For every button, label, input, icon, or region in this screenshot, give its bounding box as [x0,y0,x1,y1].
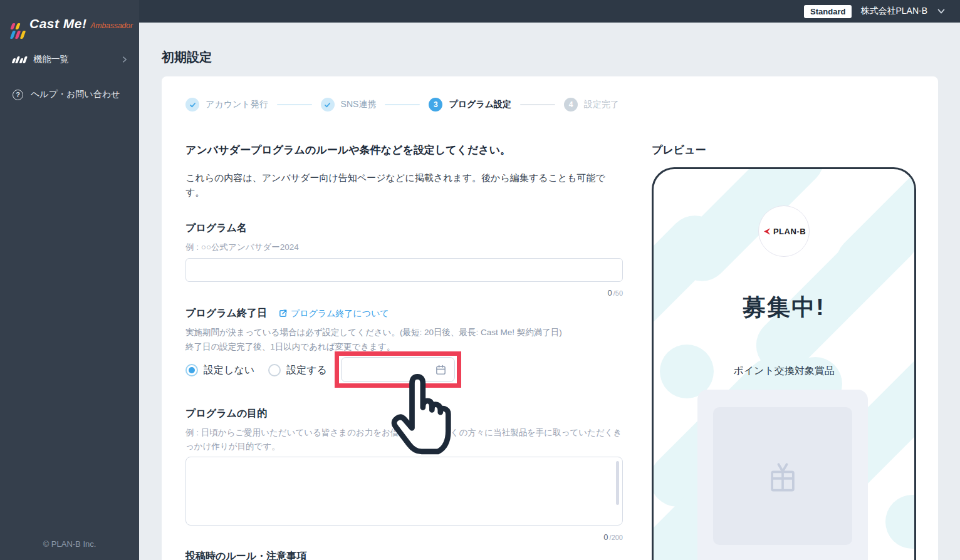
sidebar-item-label: 機能一覧 [34,54,69,65]
gift-icon [764,457,801,495]
brand-name: PLAN-B [773,227,806,236]
planb-mark-icon [762,227,771,236]
phone-preview: PLAN-B 募集中! ポイント交換対象賞品 [652,167,916,560]
app-logo: Cast Me! Ambassador [0,0,139,38]
step-number: 3 [429,98,442,111]
step-check-icon [185,98,199,111]
program-name-label: プログラム名 [185,222,247,235]
purpose-label: プログラムの目的 [185,407,267,420]
radio-selected-icon [185,364,198,376]
reward-placeholder [713,407,852,545]
program-name-hint: 例 : ○○公式アンバサダー2024 [185,242,299,253]
step-account: アカウント発行 [185,98,268,111]
section-heading: アンバサダープログラムのルールや条件などを設定してください。 [185,143,511,157]
end-date-label: プログラム終了日 [185,307,267,320]
textarea-scrollbar[interactable] [616,461,619,505]
setup-card: アカウント発行 SNS連携 3 プログラム設定 4 設定完了 アンバサダープログ… [162,76,938,560]
plan-badge: Standard [804,5,852,18]
chevron-down-icon[interactable] [936,6,946,16]
purpose-textarea[interactable] [185,457,623,526]
purpose-textarea-wrap [185,457,623,526]
reward-caption: ポイント交換対象賞品 [654,365,914,378]
recruiting-heading: 募集中! [654,292,914,323]
program-name-counter: 0/50 [185,287,623,298]
step-complete: 4 設定完了 [564,98,619,111]
logo-suffix-text: Ambassador [91,21,133,30]
step-number: 4 [564,98,578,111]
sidebar-item-help[interactable]: ? ヘルプ・お問い合わせ [0,81,139,108]
sidebar-item-label: ヘルプ・お問い合わせ [31,89,120,100]
sidebar: Cast Me! Ambassador 機能一覧 ? ヘルプ・お問い合わせ © … [0,0,139,560]
stepper: アカウント発行 SNS連携 3 プログラム設定 4 設定完了 [185,98,619,111]
end-date-help-link[interactable]: プログラム終了について [278,308,389,319]
radio-no-end-date[interactable]: 設定しない [185,364,254,377]
castme-slashes-icon [11,23,24,39]
chevron-right-icon [120,55,129,64]
step-sns: SNS連携 [321,98,377,111]
step-program: 3 プログラム設定 [429,98,511,111]
sidebar-item-features[interactable]: 機能一覧 [0,46,139,73]
reward-card [697,390,868,560]
logo-brand-text: Cast Me! [29,16,87,31]
external-link-icon [278,309,288,318]
step-check-icon [321,98,335,111]
help-icon: ? [13,90,23,100]
topbar: Standard 株式会社PLAN-B [139,0,960,23]
page-title: 初期設定 [162,49,212,66]
copyright-text: © PLAN-B Inc. [0,539,139,549]
brand-avatar: PLAN-B [758,205,810,257]
radio-unselected-icon [268,364,281,376]
hand-cursor-icon [387,372,454,461]
company-menu[interactable]: 株式会社PLAN-B [860,6,927,17]
program-name-input[interactable] [185,258,623,282]
section-description: これらの内容は、アンバサダー向け告知ページなどに掲載されます。後から編集すること… [185,170,624,199]
purpose-counter: 0/200 [185,531,623,542]
rules-label: 投稿時のルール・注意事項 [185,550,306,560]
main-content: 初期設定 アカウント発行 SNS連携 3 プログラム設定 [139,23,960,560]
features-icon [13,56,26,63]
end-date-note1: 実施期間が決まっている場合は必ず設定してください。(最短: 20日後、最長: C… [185,327,562,338]
preview-title: プレビュー [652,143,706,157]
radio-set-end-date[interactable]: 設定する [268,364,327,377]
